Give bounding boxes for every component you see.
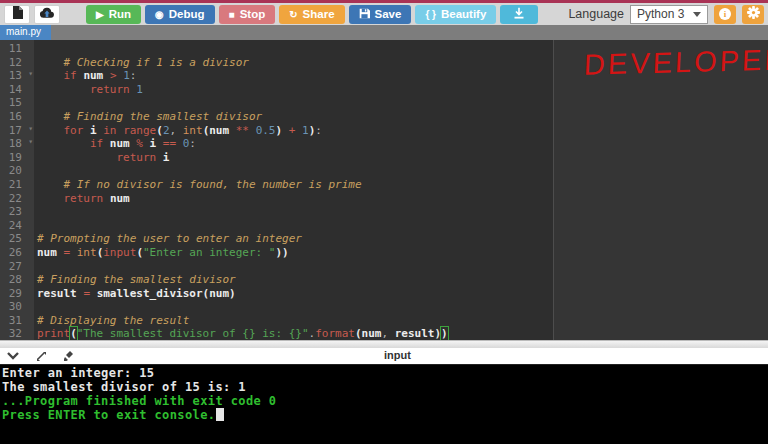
developer-watermark: DEVELOPER bbox=[583, 43, 768, 81]
share-icon: ↻ bbox=[289, 9, 297, 20]
code-line[interactable] bbox=[37, 205, 768, 219]
share-button[interactable]: ↻ Share bbox=[279, 5, 344, 24]
gutter-line-number: 13▾ bbox=[0, 69, 34, 83]
floppy-disk-icon bbox=[359, 8, 370, 21]
fold-arrow-icon[interactable]: ▾ bbox=[28, 69, 33, 78]
gutter-line-number: 25 bbox=[0, 232, 34, 246]
gutter-line-number: 20 bbox=[0, 164, 34, 178]
code-line[interactable]: # If no divisor is found, the number is … bbox=[37, 178, 768, 192]
horizontal-scrollbar[interactable] bbox=[0, 340, 768, 348]
code-line[interactable]: # Finding the smallest divisor bbox=[37, 110, 768, 124]
code-line[interactable] bbox=[37, 219, 768, 233]
gutter-line-number: 32 bbox=[0, 327, 34, 340]
gutter-line-number: 29 bbox=[0, 287, 34, 301]
console-line: Enter an integer: 15 bbox=[2, 366, 766, 380]
expand-console-icon[interactable] bbox=[34, 349, 48, 363]
gutter-line-number: 26 bbox=[0, 246, 34, 260]
upload-button[interactable] bbox=[34, 5, 60, 24]
text-caret bbox=[448, 328, 449, 339]
cloud-upload-icon bbox=[40, 5, 54, 23]
code-line[interactable]: return 1 bbox=[37, 83, 768, 97]
save-label: Save bbox=[375, 8, 402, 20]
gutter-line-number: 23 bbox=[0, 205, 34, 219]
tab-bar: main.py bbox=[0, 25, 768, 40]
gutter-line-number: 24 bbox=[0, 219, 34, 233]
toolbar: ▶ Run ◉ Debug ■ Stop ↻ Share Save { } Be… bbox=[0, 3, 768, 25]
code-line[interactable]: # Prompting the user to enter an integer bbox=[37, 232, 768, 246]
gutter-line-number: 19 bbox=[0, 151, 34, 165]
play-icon: ▶ bbox=[96, 9, 104, 20]
terminal-cursor bbox=[216, 408, 224, 421]
console-input-bar[interactable]: input bbox=[0, 348, 768, 365]
language-value: Python 3 bbox=[637, 7, 684, 21]
save-button[interactable]: Save bbox=[349, 5, 412, 24]
code-line[interactable]: num = int(input("Enter an integer: ")) bbox=[37, 246, 768, 260]
beautify-label: Beautify bbox=[441, 8, 486, 20]
share-label: Share bbox=[303, 8, 335, 20]
debug-button[interactable]: ◉ Debug bbox=[145, 5, 215, 24]
download-icon bbox=[513, 7, 525, 21]
download-button[interactable] bbox=[500, 5, 538, 24]
new-file-button[interactable] bbox=[4, 5, 30, 24]
code-line[interactable]: for i in range(2, int(num ** 0.5) + 1): bbox=[37, 124, 768, 138]
code-line[interactable] bbox=[37, 96, 768, 110]
online-ide-window: ▶ Run ◉ Debug ■ Stop ↻ Share Save { } Be… bbox=[0, 0, 768, 444]
chevron-down-icon bbox=[693, 12, 701, 17]
console-line: ...Program finished with exit code 0 bbox=[2, 394, 766, 408]
gutter-line-number: 16 bbox=[0, 110, 34, 124]
settings-button[interactable] bbox=[742, 5, 764, 24]
gutter-line-number: 31 bbox=[0, 314, 34, 328]
stop-square-icon: ■ bbox=[229, 9, 235, 20]
info-icon: i bbox=[719, 8, 731, 20]
gutter-column: 111213▾14151617▾18▾192021222324252627282… bbox=[0, 40, 34, 340]
collapse-console-icon[interactable] bbox=[6, 349, 20, 363]
console-output[interactable]: Enter an integer: 15The smallest divisor… bbox=[0, 365, 768, 444]
gutter-line-number: 22 bbox=[0, 192, 34, 206]
gutter-line-number: 15 bbox=[0, 96, 34, 110]
code-line[interactable] bbox=[37, 260, 768, 274]
gutter-line-number: 18▾ bbox=[0, 137, 34, 151]
tab-main-py[interactable]: main.py bbox=[0, 25, 51, 40]
document-icon bbox=[12, 5, 23, 23]
gutter-line-number: 12 bbox=[0, 56, 34, 70]
code-line[interactable] bbox=[37, 164, 768, 178]
gutter-line-number: 11 bbox=[0, 42, 34, 56]
gutter-line-number: 30 bbox=[0, 300, 34, 314]
code-line[interactable]: result = smallest_divisor(num) bbox=[37, 287, 768, 301]
console-toolbar-icons bbox=[6, 349, 76, 363]
code-line[interactable]: # Finding the smallest divisor bbox=[37, 273, 768, 287]
fold-arrow-icon[interactable]: ▾ bbox=[28, 137, 33, 146]
code-line[interactable]: return num bbox=[37, 192, 768, 206]
stop-button[interactable]: ■ Stop bbox=[219, 5, 276, 24]
beautify-button[interactable]: { } Beautify bbox=[415, 5, 496, 24]
fold-arrow-icon[interactable]: ▾ bbox=[28, 124, 33, 133]
gutter-line-number: 28 bbox=[0, 273, 34, 287]
language-label: Language bbox=[568, 7, 624, 21]
code-line[interactable]: if num % i == 0: bbox=[37, 137, 768, 151]
debug-target-icon: ◉ bbox=[155, 9, 164, 20]
info-button[interactable]: i bbox=[714, 5, 736, 24]
gutter-line-number: 27 bbox=[0, 260, 34, 274]
code-editor[interactable]: 111213▾14151617▾18▾192021222324252627282… bbox=[0, 40, 768, 340]
console-line: Press ENTER to exit console. bbox=[2, 408, 766, 422]
braces-icon: { } bbox=[425, 9, 436, 20]
stop-label: Stop bbox=[240, 8, 266, 20]
run-label: Run bbox=[109, 8, 131, 20]
language-select[interactable]: Python 3 bbox=[630, 5, 708, 24]
code-line[interactable] bbox=[37, 300, 768, 314]
input-label: input bbox=[384, 349, 411, 361]
gutter-line-number: 14 bbox=[0, 83, 34, 97]
code-line[interactable]: return i bbox=[37, 151, 768, 165]
run-button[interactable]: ▶ Run bbox=[86, 5, 141, 24]
code-column[interactable]: # Checking if 1 is a divisor if num > 1:… bbox=[34, 40, 768, 340]
gear-icon bbox=[747, 6, 760, 22]
console-line: The smallest divisor of 15 is: 1 bbox=[2, 380, 766, 394]
gutter-line-number: 21 bbox=[0, 178, 34, 192]
debug-label: Debug bbox=[169, 8, 205, 20]
code-line[interactable]: # Displaying the result bbox=[37, 314, 768, 328]
clear-console-icon[interactable] bbox=[62, 349, 76, 363]
code-line[interactable]: print("The smallest divisor of {} is: {}… bbox=[37, 327, 768, 340]
language-selector-group: Language Python 3 i bbox=[568, 5, 764, 24]
gutter-line-number: 17▾ bbox=[0, 124, 34, 138]
